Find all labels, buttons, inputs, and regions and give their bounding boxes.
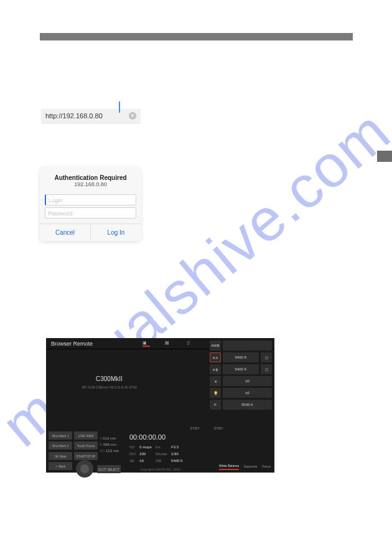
status-stby: STBY: [190, 426, 200, 430]
shutter-label: Shutter: [156, 451, 167, 457]
iris-value: F3.5: [171, 444, 183, 450]
left-button-grid: Shot Mark 1 LIVE VIEW Shot Mark 2 Touch …: [49, 431, 98, 450]
wb-set-a-button[interactable]: ⬡: [261, 352, 272, 362]
login-field[interactable]: Login: [45, 194, 136, 205]
url-text: http://192.168.0.80: [45, 112, 103, 120]
remote-title: Browser Remote: [51, 341, 93, 347]
lens-name: EF-S18-135mm f/3.5-5.6 IS STM: [82, 385, 137, 389]
awb-value: [223, 341, 272, 351]
iso-label: ISO: [129, 451, 136, 457]
tab-camera-icon[interactable]: ▣: [142, 341, 150, 347]
tab-meta-icon[interactable]: ▤: [165, 341, 172, 347]
live-view-button[interactable]: LIVE VIEW: [74, 431, 98, 440]
text-cursor: [119, 101, 120, 113]
wb-preset-b-button[interactable]: ☀B: [210, 364, 221, 374]
nd-value: 0 stops: [139, 444, 151, 450]
awb-button[interactable]: AWB: [210, 341, 221, 351]
auth-dialog: Authentication Required 192.168.0.80 Log…: [40, 167, 141, 241]
browser-remote-ui: Browser Remote ▣ ▤ ▯ ⧉ 🔒 C300MkII EF-S18…: [46, 338, 274, 473]
page-side-tab: [377, 151, 392, 162]
clear-icon[interactable]: ✕: [129, 112, 136, 120]
iris-label: Iris: [156, 444, 167, 450]
wb-daylight-button[interactable]: ☀: [210, 376, 221, 386]
shot-mark-1-button[interactable]: Shot Mark 1: [49, 431, 72, 440]
tab-mobile-icon[interactable]: ▯: [187, 341, 195, 347]
wb-kelvin-button[interactable]: K: [210, 400, 221, 410]
start-stop-button[interactable]: START/STOP: [74, 452, 98, 460]
media-sd: SD 123 min: [100, 448, 119, 454]
wb-daylight-value: ±0: [223, 376, 272, 386]
camera-model: C300MkII: [96, 375, 123, 382]
touch-focus-button[interactable]: Touch Focus: [74, 441, 98, 450]
ok-mark-button[interactable]: OK Mark: [49, 452, 72, 460]
shutter-value: 1/30: [171, 451, 183, 457]
top-divider: [40, 33, 353, 40]
status-stby-2: STBY: [213, 426, 223, 430]
wb-set-b-button[interactable]: ⬡: [261, 364, 272, 374]
cancel-button[interactable]: Cancel: [40, 224, 91, 241]
url-bar[interactable]: http://192.168.0.80 ✕: [42, 109, 140, 123]
iso-value: 200: [139, 451, 151, 457]
wb-preset-a-button[interactable]: ☀A: [210, 352, 221, 362]
wb-kelvin-value: 5500 K: [223, 400, 272, 410]
auth-host: 192.168.0.80: [40, 181, 141, 192]
media-b: B 008 min: [100, 441, 119, 448]
login-button[interactable]: Log In: [91, 224, 141, 241]
nd-label: ND: [129, 444, 136, 450]
password-field[interactable]: Password: [45, 207, 136, 219]
wb-tungsten-button[interactable]: 💡: [210, 388, 221, 398]
shot-mark-2-button[interactable]: Shot Mark 2: [49, 441, 72, 450]
auth-title: Authentication Required: [40, 167, 141, 181]
wb-preset-b-value: 5400 K: [223, 364, 259, 374]
wb-column: AWB ☀A 5400 K ⬡ ☀B 5400 K ⬡ ☀ ±0 💡 ±0: [210, 341, 272, 410]
timecode: 00:00:00.00: [129, 434, 166, 440]
copyright: Copyright CANON INC. 2015: [46, 468, 274, 471]
media-a: A 013 min: [100, 435, 119, 441]
wb-preset-a-value: 5400 K: [223, 352, 259, 362]
wb-tungsten-value: ±0: [223, 388, 272, 398]
